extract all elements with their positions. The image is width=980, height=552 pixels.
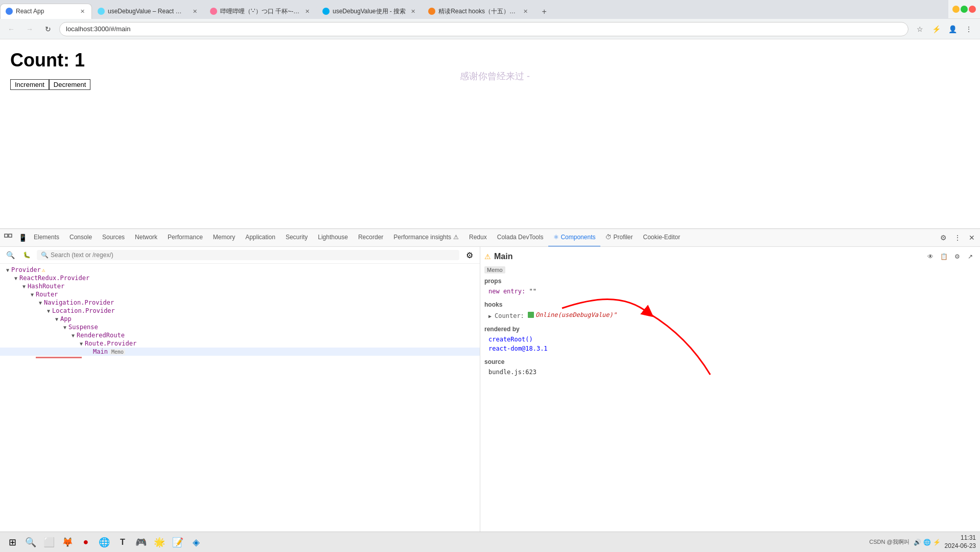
forward-button[interactable]: → — [22, 22, 37, 36]
component-details-panel: ⚠ Main 👁 📋 ⚙ ↗ Memo props new entry: "" — [480, 247, 980, 537]
source-file[interactable]: bundle.js:623 — [484, 367, 976, 377]
tab-cookie-editor[interactable]: Cookie-Editor — [638, 229, 686, 247]
tab-components[interactable]: ⚛ Components — [548, 229, 600, 247]
tree-node-route-provider[interactable]: ▼ Route.Provider — [0, 339, 480, 348]
taskbar-taskview-icon[interactable]: ⬜ — [41, 534, 57, 550]
tab-colada[interactable]: Colada DevTools — [492, 229, 549, 247]
tree-settings-icon[interactable]: ⚙ — [463, 249, 476, 261]
bookmark-star-icon[interactable]: ☆ — [913, 22, 927, 36]
node-badge-main: Memo — [110, 349, 125, 355]
taskbar-search-icon[interactable]: 🔍 — [22, 534, 39, 550]
toggle-loc-provider: ▼ — [45, 308, 52, 314]
tab-2[interactable]: useDebugValue – React 中文 ✕ — [92, 4, 204, 19]
tree-search-box[interactable]: 🔍 — [37, 250, 459, 260]
increment-button[interactable]: Increment — [10, 79, 49, 90]
tree-select-icon[interactable]: 🔍 — [4, 249, 16, 261]
details-settings-icon[interactable]: ⚙ — [951, 251, 963, 262]
user-profile-icon[interactable]: 👤 — [945, 22, 960, 36]
extensions-icon[interactable]: ⚡ — [929, 22, 943, 36]
details-eye-icon[interactable]: 👁 — [925, 251, 936, 262]
tray-icon-3[interactable]: ⚡ — [933, 539, 941, 546]
tab-3[interactable]: 哔哩哔哩（'-'）つ口 千杯~--哔哩哔哩 ✕ — [204, 4, 317, 19]
decrement-button[interactable]: Decrement — [49, 79, 91, 90]
taskbar-datetime[interactable]: 11:31 2024-06-23 — [945, 534, 976, 550]
hook-toggle-counter[interactable]: ▶ — [488, 313, 495, 319]
tab-performance[interactable]: Performance — [162, 229, 208, 247]
taskbar-app3-icon[interactable]: 🌟 — [151, 534, 168, 550]
tab-favicon-2 — [98, 8, 105, 15]
tab-close-4[interactable]: ✕ — [409, 7, 417, 15]
tab-close-2[interactable]: ✕ — [191, 7, 199, 15]
tab-redux[interactable]: Redux — [464, 229, 492, 247]
taskbar-start-icon[interactable]: ⊞ — [4, 534, 20, 550]
tab-5[interactable]: 精读React hooks（十五）：抹 ✕ — [423, 4, 535, 19]
tab-network[interactable]: Network — [130, 229, 162, 247]
toggle-nav-provider: ▼ — [37, 300, 44, 306]
tab-4[interactable]: useDebugValue使用 - 搜索 ✕ — [317, 4, 423, 19]
tray-icon-2[interactable]: 🌐 — [923, 539, 931, 546]
tree-node-hashrouter[interactable]: ▼ HashRouter — [0, 282, 480, 290]
tree-bug-icon[interactable]: 🐛 — [20, 249, 33, 261]
rendered-by-createroot[interactable]: createRoot() — [484, 335, 976, 344]
tray-icon-1[interactable]: 🔊 — [914, 539, 921, 546]
taskbar-csdn-label: CSDN @我啊叫 — [869, 538, 909, 546]
taskbar: ⊞ 🔍 ⬜ 🦊 ● 🌐 T 🎮 🌟 📝 ◈ CSDN @我啊叫 🔊 🌐 ⚡ 11… — [0, 532, 980, 552]
taskbar-firefox-icon[interactable]: 🦊 — [59, 534, 76, 550]
node-name-hashrouter: HashRouter — [28, 283, 64, 290]
taskbar-app2-icon[interactable]: 🎮 — [133, 534, 149, 550]
tree-node-provider[interactable]: ▼ Provider ⚠ — [0, 266, 480, 274]
close-button[interactable] — [969, 6, 976, 13]
minimize-button[interactable] — [952, 6, 960, 13]
tab-console[interactable]: Console — [64, 229, 97, 247]
tab-elements[interactable]: Elements — [29, 229, 64, 247]
tab-profiler[interactable]: ⏱ Profiler — [600, 229, 638, 247]
devtools-close-icon[interactable]: ✕ — [966, 232, 978, 244]
devtools-inspect-icon[interactable] — [2, 232, 14, 244]
tab-sources[interactable]: Sources — [97, 229, 130, 247]
tab-close-5[interactable]: ✕ — [521, 7, 529, 15]
address-input[interactable]: localhost:3000/#/main — [59, 22, 908, 36]
new-tab-button[interactable]: + — [537, 5, 551, 19]
toggle-router: ▼ — [29, 292, 36, 297]
details-copy-icon[interactable]: 📋 — [938, 251, 949, 262]
rendered-by-reactdom[interactable]: react-dom@18.3.1 — [484, 344, 976, 353]
tree-node-suspense[interactable]: ▼ Suspense — [0, 323, 480, 331]
tree-node-nav-provider[interactable]: ▼ Navigation.Provider — [0, 298, 480, 307]
tab-close-1[interactable]: ✕ — [78, 7, 86, 15]
profiler-label: Profiler — [613, 234, 633, 241]
taskbar-typora-icon[interactable]: T — [114, 534, 131, 550]
reload-button[interactable]: ↻ — [41, 22, 55, 36]
devtools-more-icon[interactable]: ⋮ — [951, 232, 964, 244]
tab-recorder[interactable]: Recorder — [353, 229, 388, 247]
toggle-app: ▼ — [53, 316, 60, 322]
tree-node-app[interactable]: ▼ App — [0, 315, 480, 323]
props-section-title: props — [484, 278, 976, 285]
tab-close-3[interactable]: ✕ — [303, 7, 311, 15]
taskbar-app1-icon[interactable]: ● — [78, 534, 94, 550]
search-input[interactable] — [51, 251, 455, 259]
components-label: Components — [561, 234, 595, 241]
taskbar-app4-icon[interactable]: 📝 — [170, 534, 186, 550]
devtools-device-icon[interactable]: 📱 — [16, 232, 29, 244]
taskbar-chrome-icon[interactable]: 🌐 — [96, 534, 112, 550]
tab-lighthouse[interactable]: Lighthouse — [313, 229, 353, 247]
tab-performance-insights[interactable]: Performance insights ⚠ — [388, 229, 464, 247]
page-content: Count: 1 Increment Decrement 感谢你曾经来过 - — [0, 39, 980, 228]
tree-node-router[interactable]: ▼ Router — [0, 290, 480, 298]
devtools-settings-icon[interactable]: ⚙ — [937, 232, 949, 244]
tab-memory[interactable]: Memory — [208, 229, 240, 247]
menu-icon[interactable]: ⋮ — [962, 22, 976, 36]
tree-node-loc-provider[interactable]: ▼ Location.Provider — [0, 307, 480, 315]
tab-security[interactable]: Security — [281, 229, 313, 247]
tab-application[interactable]: Application — [240, 229, 281, 247]
taskbar-time-display: 11:31 — [945, 534, 976, 542]
tree-node-renderedroute[interactable]: ▼ RenderedRoute — [0, 331, 480, 339]
maximize-button[interactable] — [961, 6, 968, 13]
tree-node-main[interactable]: ▶ Main Memo — [0, 348, 480, 356]
address-bar: ← → ↻ localhost:3000/#/main ☆ ⚡ 👤 ⋮ — [0, 19, 980, 39]
back-button[interactable]: ← — [4, 22, 18, 36]
tab-react-app[interactable]: React App ✕ — [0, 4, 92, 19]
details-link-icon[interactable]: ↗ — [965, 251, 976, 262]
tree-node-reactredux[interactable]: ▼ ReactRedux.Provider — [0, 274, 480, 282]
taskbar-vscode-icon[interactable]: ◈ — [188, 534, 204, 550]
